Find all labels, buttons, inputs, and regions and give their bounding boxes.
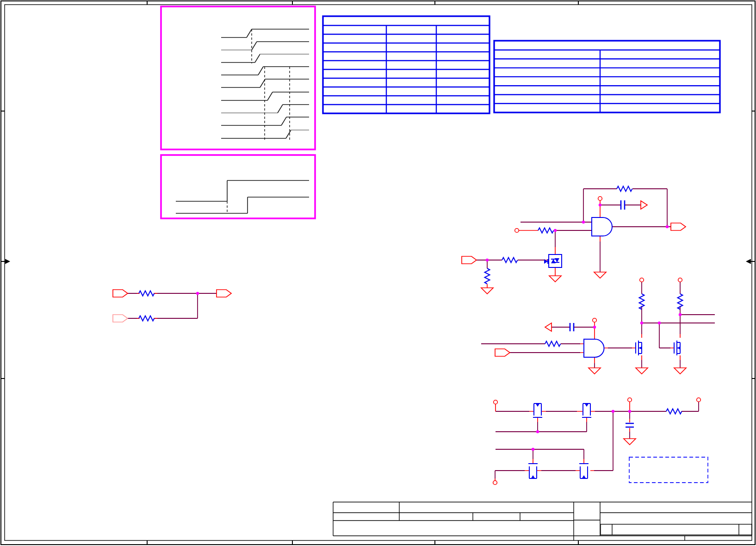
junction-dot (536, 430, 539, 433)
junction-dot (554, 229, 557, 232)
resistor (139, 316, 155, 321)
junction-dot (640, 322, 643, 324)
capacitor (626, 423, 634, 427)
waveform-segment (247, 29, 252, 37)
data-table-2 (494, 41, 720, 112)
resistor (502, 258, 518, 263)
capacitor (570, 323, 574, 331)
power-pin (593, 318, 597, 323)
input-port (495, 349, 510, 356)
pass-mosfet (579, 464, 589, 479)
power-pin (678, 278, 682, 282)
pass-mosfet (533, 403, 542, 417)
waveform-segment (255, 54, 260, 62)
data-tables (323, 16, 720, 113)
resistor (538, 228, 554, 233)
power-pin (697, 398, 701, 402)
frame-inner (5, 5, 752, 540)
power-pin (515, 229, 519, 233)
feedback-resistor (617, 186, 632, 192)
ground-symbol (589, 368, 601, 374)
frame-center-marker-right (746, 259, 755, 264)
circuit-resistor-join (113, 290, 231, 322)
ground-symbol (636, 368, 648, 374)
junction-dot (658, 322, 661, 324)
esd-diode-pack (544, 254, 562, 267)
power-pin (628, 398, 632, 402)
circuit-pass-mosfets (493, 398, 708, 485)
timing-diagram-lower (161, 155, 315, 218)
junction-dot (599, 204, 601, 206)
n-mosfet (674, 341, 680, 355)
ground-symbol (674, 368, 686, 374)
pass-mosfet (528, 464, 538, 479)
resistor (139, 291, 155, 296)
ground-symbol (624, 439, 636, 445)
data-table-1 (323, 16, 490, 113)
circuit-and-feedback (462, 186, 686, 294)
circuit-and-mosfet-driver (481, 278, 715, 411)
power-pin (493, 481, 497, 485)
timing-diagram-upper (161, 6, 315, 149)
note-box-dashed (629, 457, 708, 483)
junction-dot (532, 448, 534, 451)
frame-zone-ticks-top (147, 1, 578, 5)
schematic-sheet (0, 0, 756, 546)
junction-dot (679, 313, 682, 316)
title-block (333, 502, 752, 540)
waveform-segment (281, 117, 286, 125)
junction-dot (582, 221, 585, 223)
frame-center-marker-left (1, 259, 10, 264)
timing-box-frame (161, 155, 315, 218)
junction-dot (593, 326, 596, 329)
resistor (666, 409, 682, 414)
and-gate (584, 339, 604, 357)
power-pin (640, 278, 644, 282)
pullup-resistor (678, 294, 683, 310)
input-port (113, 290, 128, 297)
frame-zone-ticks-bottom (147, 540, 578, 545)
table-border (323, 16, 490, 113)
title-block-doc-cell (601, 524, 752, 535)
waveform-segment (258, 67, 263, 75)
frame-zone-ticks-sides (1, 111, 755, 378)
junction-dot (486, 259, 489, 261)
power-pin (598, 197, 602, 201)
ground-symbol (594, 272, 606, 278)
pass-mosfet (582, 403, 591, 417)
n-mosfet (636, 341, 642, 355)
waveform-segment (278, 105, 283, 113)
sheet-frame (1, 1, 755, 545)
input-port (113, 315, 128, 322)
timing-box-frame (161, 6, 315, 149)
waveform-segment (267, 92, 273, 100)
junction-dot (612, 410, 614, 413)
frame-outer (1, 1, 755, 545)
junction-dot (196, 292, 199, 295)
output-port (671, 223, 686, 230)
resistor (545, 341, 561, 347)
offpage-arrow-left (545, 323, 552, 331)
power-pin (494, 400, 498, 404)
waveform-segment (252, 42, 257, 50)
junction-dot (666, 225, 669, 228)
waveform-segment (286, 130, 291, 138)
ground-symbol (481, 288, 493, 294)
pullup-resistor (639, 294, 644, 310)
ground-symbol (549, 276, 561, 282)
offpage-arrow-right (641, 201, 647, 209)
capacitor (621, 200, 625, 210)
and-gate (592, 217, 612, 236)
input-port (462, 256, 477, 264)
junction-dot (628, 410, 631, 413)
pulldown-resistor (485, 268, 490, 284)
output-port (217, 290, 231, 297)
